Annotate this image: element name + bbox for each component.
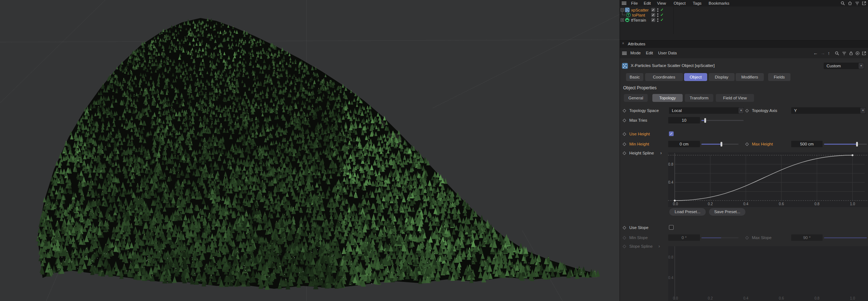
field-label: Use Height <box>629 131 650 137</box>
filter-icon[interactable] <box>855 1 859 5</box>
chevron-right-icon[interactable]: › <box>660 150 662 156</box>
menu-icon[interactable] <box>622 1 626 5</box>
keyframe-diamond-icon[interactable] <box>623 226 626 230</box>
subtab-field-of-view[interactable]: Field of View <box>716 94 754 102</box>
menu-view[interactable]: View <box>657 0 666 6</box>
edit-badge-icon[interactable] <box>651 18 655 22</box>
layer-dots-icon[interactable] <box>657 18 659 22</box>
x-tick: 0.0 <box>673 296 678 300</box>
keyframe-diamond-icon[interactable] <box>623 152 626 155</box>
max-tries-input[interactable]: 10 <box>668 117 700 123</box>
subtab-transform[interactable]: Transform <box>685 94 713 102</box>
menu-mode[interactable]: Mode <box>630 48 641 58</box>
min-height-input[interactable]: 0 cm <box>668 141 700 147</box>
object-name[interactable]: toPlant <box>632 13 645 18</box>
new-window-icon[interactable] <box>862 51 866 55</box>
tab-modifiers[interactable]: Modifiers <box>736 73 764 81</box>
up-arrow-icon[interactable]: ↑ <box>828 50 830 56</box>
subtab-topology[interactable]: Topology <box>652 94 683 102</box>
search-icon[interactable] <box>841 1 845 5</box>
target-icon[interactable] <box>855 51 860 55</box>
preset-dropdown[interactable]: Custom ▾ <box>824 63 864 69</box>
forward-arrow-icon[interactable]: → <box>820 50 825 56</box>
search-icon[interactable] <box>835 51 839 55</box>
lock-icon[interactable] <box>849 51 853 55</box>
chevron-down-icon: ▾ <box>859 63 864 69</box>
enabled-check-icon[interactable]: ✓ <box>660 18 664 22</box>
menu-object[interactable]: Object <box>674 0 686 6</box>
object-row-xpscatter[interactable]: − xpScatter ✓ <box>620 8 868 13</box>
tab-object[interactable]: Object <box>684 73 707 81</box>
close-icon[interactable]: × <box>622 41 624 45</box>
section-title: Object Properties <box>623 85 657 90</box>
field-label: Max Slope <box>752 234 771 241</box>
enabled-check-icon[interactable]: ✓ <box>660 13 664 17</box>
keyframe-diamond-icon[interactable] <box>623 143 626 146</box>
object-manager-menubar: File Edit View Object Tags Bookmarks <box>620 0 868 6</box>
max-slope-slider <box>824 235 867 240</box>
height-spline-graph[interactable]: 0.8 0.4 0.0 0.2 0.4 0.6 0.8 1.0 <box>668 152 868 208</box>
menu-icon[interactable] <box>622 51 627 55</box>
max-height-input[interactable]: 500 cm <box>791 141 823 147</box>
max-height-slider[interactable] <box>824 142 867 147</box>
right-panel: File Edit View Object Tags Bookmarks <box>620 0 868 301</box>
plant-icon <box>626 13 631 17</box>
object-title: X-Particles Surface Scatter Object [xpSc… <box>631 63 715 68</box>
use-slope-checkbox[interactable] <box>669 225 674 230</box>
tab-fields[interactable]: Fields <box>768 73 790 81</box>
layer-dots-icon[interactable] <box>657 13 659 17</box>
min-height-slider[interactable] <box>701 142 739 147</box>
home-icon[interactable] <box>848 1 852 5</box>
x-tick: 1.0 <box>850 296 855 300</box>
new-window-icon[interactable] <box>862 1 866 5</box>
menu-edit[interactable]: Edit <box>646 48 653 58</box>
application-window: File Edit View Object Tags Bookmarks <box>0 0 868 301</box>
object-name[interactable]: xpScatter <box>631 8 649 13</box>
object-row-toplant[interactable]: toPlant ✓ <box>620 13 868 18</box>
tab-basic[interactable]: Basic <box>626 73 643 81</box>
menu-file[interactable]: File <box>631 0 638 6</box>
expand-icon[interactable]: + <box>621 18 624 22</box>
spline-point-start[interactable] <box>674 199 675 201</box>
menu-tags[interactable]: Tags <box>693 0 701 6</box>
spline-point-end[interactable] <box>851 154 853 156</box>
edit-badge-icon[interactable] <box>651 8 655 12</box>
topology-space-dropdown[interactable]: Local ▾ <box>669 107 744 114</box>
y-tick: 0.8 <box>668 162 673 166</box>
keyframe-diamond-icon <box>623 236 626 240</box>
x-tick: 0.8 <box>814 296 819 300</box>
menu-user-data[interactable]: User Data <box>658 48 677 58</box>
xp-scatter-object-icon <box>622 63 628 69</box>
save-preset-button[interactable]: Save Preset... <box>709 208 745 216</box>
max-slope-input: 90 ° <box>791 234 823 241</box>
menu-edit[interactable]: Edit <box>644 0 651 6</box>
keyframe-diamond-icon[interactable] <box>623 109 626 113</box>
object-row-tfterrain[interactable]: + tfTerrain ✓ <box>620 18 868 23</box>
x-tick: 0.0 <box>673 202 678 206</box>
keyframe-diamond-icon[interactable] <box>745 143 749 146</box>
max-tries-slider[interactable] <box>701 118 744 123</box>
edit-badge-icon[interactable] <box>651 13 655 17</box>
viewport-3d-scene[interactable] <box>0 0 620 301</box>
keyframe-diamond-icon[interactable] <box>745 109 749 113</box>
subtab-general[interactable]: General <box>624 94 648 102</box>
load-preset-button[interactable]: Load Preset... <box>669 208 706 216</box>
layer-dots-icon[interactable] <box>657 8 659 12</box>
enabled-check-icon[interactable]: ✓ <box>660 8 664 12</box>
use-height-checkbox[interactable]: ✓ <box>669 131 674 136</box>
keyframe-diamond-icon[interactable] <box>623 119 626 122</box>
terrain-icon <box>625 18 630 22</box>
y-tick: 0.4 <box>668 276 673 280</box>
keyframe-diamond-icon[interactable] <box>623 132 626 136</box>
topology-axis-dropdown[interactable]: Y ▾ <box>791 107 866 114</box>
back-arrow-icon[interactable]: ← <box>813 50 818 56</box>
field-label: Topology Space <box>629 107 659 114</box>
menu-bookmarks[interactable]: Bookmarks <box>709 0 730 6</box>
tab-coordinates[interactable]: Coordinates <box>645 73 683 81</box>
min-slope-input: 0 ° <box>668 234 700 241</box>
tab-display[interactable]: Display <box>709 73 735 81</box>
filter-icon[interactable] <box>842 51 846 55</box>
chevron-right-icon: › <box>658 244 660 249</box>
object-name[interactable]: tfTerrain <box>631 18 646 23</box>
row-topology: Topology Space Local ▾ Topology Axis Y ▾ <box>620 107 868 114</box>
